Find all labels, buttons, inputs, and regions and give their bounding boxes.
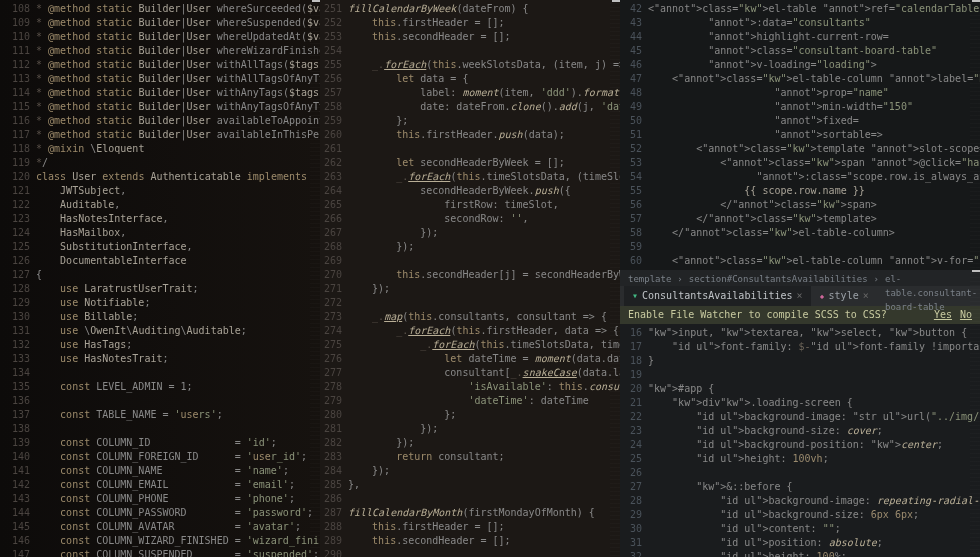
- code-line[interactable]: 275 _.forEach(this.timeSlotsData, timeSl…: [320, 338, 620, 352]
- close-icon[interactable]: ×: [797, 289, 803, 303]
- code-line[interactable]: 286: [320, 492, 620, 506]
- tab-style[interactable]: ⬥ style ×: [811, 286, 877, 306]
- code-line[interactable]: 119*/: [8, 156, 320, 170]
- code-line[interactable]: 131 use \OwenIt\Auditing\Auditable;: [8, 324, 320, 338]
- code-line[interactable]: 136: [8, 394, 320, 408]
- code-line[interactable]: 258 date: dateFrom.clone().add(j, 'days'…: [320, 100, 620, 114]
- minimap[interactable]: [970, 0, 980, 270]
- code-line[interactable]: 47 <"annot">class="kw">el-table-column "…: [620, 72, 980, 86]
- code-line[interactable]: 256 let data = {: [320, 72, 620, 86]
- code-line[interactable]: 44 "annot">highlight-current-row=: [620, 30, 980, 44]
- code-line[interactable]: 24 "id ul">background-position: "kw">cen…: [620, 438, 980, 452]
- breadcrumb-segment[interactable]: el-table.consultant-board-table: [885, 272, 977, 284]
- code-line[interactable]: 280 };: [320, 408, 620, 422]
- code-line[interactable]: 110* @method static Builder|User whereUp…: [8, 30, 320, 44]
- code-line[interactable]: 28 "id ul">background-image: repeating-r…: [620, 494, 980, 508]
- minimap[interactable]: [310, 0, 320, 557]
- code-line[interactable]: 145 const COLUMN_AVATAR = 'avatar';: [8, 520, 320, 534]
- code-line[interactable]: 277 consultant[_.snakeCase(data.label + …: [320, 366, 620, 380]
- code-line[interactable]: 147 const COLUMN_SUSPENDED = 'suspended'…: [8, 548, 320, 557]
- code-line[interactable]: 134: [8, 366, 320, 380]
- code-line[interactable]: 288 this.firstHeader = [];: [320, 520, 620, 534]
- code-line[interactable]: 20"kw">#app {: [620, 382, 980, 396]
- code-line[interactable]: 266 secondRow: '',: [320, 212, 620, 226]
- code-line[interactable]: 115* @method static Builder|User withAny…: [8, 100, 320, 114]
- code-line[interactable]: 138: [8, 422, 320, 436]
- code-line[interactable]: 118* @mixin \Eloquent: [8, 142, 320, 156]
- code-line[interactable]: 273 _.map(this.consultants, consultant =…: [320, 310, 620, 324]
- code-line[interactable]: 111* @method static Builder|User whereWi…: [8, 44, 320, 58]
- code-line[interactable]: 124 HasMailbox,: [8, 226, 320, 240]
- code-line[interactable]: 142 const COLUMN_EMAIL = 'email';: [8, 478, 320, 492]
- editor-pane-right-bottom[interactable]: template› section#ConsultantsAvailabilit…: [620, 270, 980, 557]
- code-line[interactable]: 50 "annot">fixed=: [620, 114, 980, 128]
- code-line[interactable]: 140 const COLUMN_FOREIGN_ID = 'user_id';: [8, 450, 320, 464]
- code-line[interactable]: 22 "id ul">background-image: "str ul">ur…: [620, 410, 980, 424]
- code-line[interactable]: 290: [320, 548, 620, 557]
- code-line[interactable]: 54 "annot">:class="scope.row.is_always_a…: [620, 170, 980, 184]
- code-line[interactable]: 108* @method static Builder|User whereSu…: [8, 2, 320, 16]
- code-line[interactable]: 289 this.secondHeader = [];: [320, 534, 620, 548]
- code-line[interactable]: 133 use HasNotesTrait;: [8, 352, 320, 366]
- code-line[interactable]: 261: [320, 142, 620, 156]
- code-line[interactable]: 129 use Notifiable;: [8, 296, 320, 310]
- code-line[interactable]: 130 use Billable;: [8, 310, 320, 324]
- code-line[interactable]: 26: [620, 466, 980, 480]
- code-line[interactable]: 121 JWTSubject,: [8, 184, 320, 198]
- minimap[interactable]: [610, 0, 620, 557]
- code-line[interactable]: 287fillCalendarByMonth(firstMondayOfMont…: [320, 506, 620, 520]
- code-line[interactable]: 272: [320, 296, 620, 310]
- code-line[interactable]: 32 "id ul">height: 100%;: [620, 550, 980, 557]
- code-line[interactable]: 43 "annot">:data="consultants": [620, 16, 980, 30]
- code-line[interactable]: 132 use HasTags;: [8, 338, 320, 352]
- code-line[interactable]: 144 const COLUMN_PASSWORD = 'password';: [8, 506, 320, 520]
- code-line[interactable]: 278 'isAvailable': this.consultantIsAvai…: [320, 380, 620, 394]
- editor-pane-right-top[interactable]: 42<"annot">class="kw">el-table "annot">r…: [620, 0, 980, 270]
- code-line[interactable]: 48 "annot">prop="name": [620, 86, 980, 100]
- code-line[interactable]: 56 </"annot">class="kw">span>: [620, 198, 980, 212]
- code-line[interactable]: 46 "annot">v-loading="loading">: [620, 58, 980, 72]
- code-line[interactable]: 253 this.secondHeader = [];: [320, 30, 620, 44]
- code-line[interactable]: 31 "id ul">position: absolute;: [620, 536, 980, 550]
- minimap[interactable]: [970, 270, 980, 557]
- code-line[interactable]: 16"kw">input, "kw">textarea, "kw">select…: [620, 326, 980, 340]
- code-line[interactable]: 276 let dateTime = moment(data.date + ' …: [320, 352, 620, 366]
- code-line[interactable]: 122 Auditable,: [8, 198, 320, 212]
- code-line[interactable]: 128 use LaratrustUserTrait;: [8, 282, 320, 296]
- code-line[interactable]: 117* @method static Builder|User availab…: [8, 128, 320, 142]
- code-line[interactable]: 113* @method static Builder|User withAll…: [8, 72, 320, 86]
- code-line[interactable]: 45 "annot">class="consultant-board-table…: [620, 44, 980, 58]
- code-line[interactable]: 126 DocumentableInterface: [8, 254, 320, 268]
- code-line[interactable]: 271 });: [320, 282, 620, 296]
- code-line[interactable]: 127{: [8, 268, 320, 282]
- code-line[interactable]: 109* @method static Builder|User whereSu…: [8, 16, 320, 30]
- code-block-scss[interactable]: 16"kw">input, "kw">textarea, "kw">select…: [620, 324, 980, 557]
- code-line[interactable]: 139 const COLUMN_ID = 'id';: [8, 436, 320, 450]
- code-line[interactable]: 42<"annot">class="kw">el-table "annot">r…: [620, 2, 980, 16]
- code-line[interactable]: 279 'dateTime': dateTime: [320, 394, 620, 408]
- code-line[interactable]: 27 "kw">&::before {: [620, 480, 980, 494]
- code-line[interactable]: 125 SubstitutionInterface,: [8, 240, 320, 254]
- editor-pane-center[interactable]: 251fillCalendarByWeek(dateFrom) {252 thi…: [320, 0, 620, 557]
- code-line[interactable]: 116* @method static Builder|User availab…: [8, 114, 320, 128]
- code-line[interactable]: 259 };: [320, 114, 620, 128]
- code-line[interactable]: 18}: [620, 354, 980, 368]
- hint-yes-link[interactable]: Yes: [934, 308, 952, 322]
- code-line[interactable]: 143 const COLUMN_PHONE = 'phone';: [8, 492, 320, 506]
- code-line[interactable]: 52 <"annot">class="kw">template "annot">…: [620, 142, 980, 156]
- code-block-vue[interactable]: 42<"annot">class="kw">el-table "annot">r…: [620, 0, 980, 270]
- code-line[interactable]: 251fillCalendarByWeek(dateFrom) {: [320, 2, 620, 16]
- code-line[interactable]: 285},: [320, 478, 620, 492]
- code-line[interactable]: 146 const COLUMN_WIZARD_FINISHED = 'wiza…: [8, 534, 320, 548]
- code-line[interactable]: 262 let secondHeaderByWeek = [];: [320, 156, 620, 170]
- code-line[interactable]: 269: [320, 254, 620, 268]
- code-line[interactable]: 137 const TABLE_NAME = 'users';: [8, 408, 320, 422]
- code-line[interactable]: 53 <"annot">class="kw">span "annot">@cli…: [620, 156, 980, 170]
- code-line[interactable]: 267 });: [320, 226, 620, 240]
- close-icon[interactable]: ×: [863, 289, 869, 303]
- code-line[interactable]: 264 secondHeaderByWeek.push({: [320, 184, 620, 198]
- code-line[interactable]: 29 "id ul">background-size: 6px 6px;: [620, 508, 980, 522]
- code-line[interactable]: 283 return consultant;: [320, 450, 620, 464]
- code-line[interactable]: 49 "annot">min-width="150": [620, 100, 980, 114]
- code-line[interactable]: 57 </"annot">class="kw">template>: [620, 212, 980, 226]
